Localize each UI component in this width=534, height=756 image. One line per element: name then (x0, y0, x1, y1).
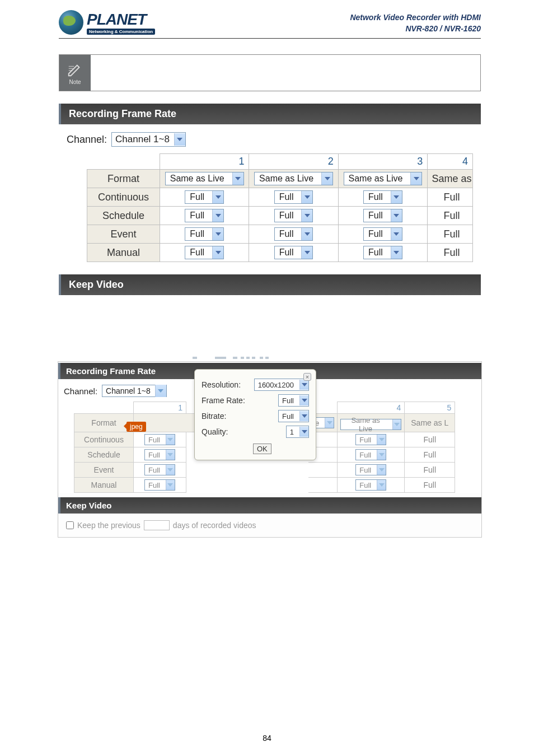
format-select-1[interactable]: Same as Live (165, 172, 244, 185)
chevron-down-icon (166, 435, 175, 445)
product-info: Network Video Recorder with HDMI NVR-820… (350, 10, 481, 34)
continuous-4: Full (428, 188, 473, 207)
chevron-down-icon (301, 209, 312, 222)
col-5: 5 (405, 402, 455, 414)
chevron-down-icon (377, 480, 386, 490)
bitrate-select[interactable]: Full (278, 410, 309, 422)
chevron-down-icon (299, 380, 308, 390)
keep-days-suffix: days of recorded videos (173, 521, 256, 530)
evt-4b[interactable]: Full (355, 464, 386, 475)
col-1: 1 (134, 402, 186, 414)
row-manual: Manual (87, 244, 160, 262)
close-button[interactable]: × (303, 373, 311, 381)
logo-tagline: Networking & Communication (87, 29, 155, 35)
keep-video-header-2: Keep Video (58, 497, 481, 514)
page-header: PLANET Networking & Communication Networ… (59, 10, 481, 39)
chevron-down-icon (321, 172, 332, 185)
chevron-down-icon (377, 450, 386, 460)
chevron-down-icon (232, 172, 243, 185)
chevron-down-icon (299, 411, 308, 421)
row2-event: Event (74, 463, 134, 478)
row2-schedule: Schedule (74, 447, 134, 463)
channel-select[interactable]: Channel 1~8 (111, 132, 186, 147)
fmt-4[interactable]: Same as Live (340, 419, 401, 430)
row2-continuous: Continuous (74, 432, 134, 447)
manual-1[interactable]: Full (185, 246, 224, 259)
logo-globe-icon (59, 10, 83, 35)
col-4: 4 (338, 402, 405, 414)
schedule-2[interactable]: Full (274, 209, 313, 222)
evt-5b: Full (405, 463, 455, 478)
manual-2[interactable]: Full (274, 246, 313, 259)
manual-3[interactable]: Full (363, 246, 402, 259)
row-schedule: Schedule (87, 207, 160, 225)
chevron-down-icon (410, 172, 421, 185)
chevron-down-icon (391, 246, 402, 259)
chevron-down-icon (166, 450, 175, 460)
col-num-1: 1 (160, 154, 249, 170)
event-4: Full (428, 225, 473, 244)
event-2[interactable]: Full (274, 227, 313, 241)
chevron-down-icon (301, 246, 312, 259)
sch-1b[interactable]: Full (144, 449, 175, 460)
note-icon (67, 61, 83, 78)
row2-manual: Manual (74, 478, 134, 493)
chevron-down-icon (377, 435, 386, 445)
channel-select-value: Channel 1~8 (115, 134, 170, 145)
resolution-label: Resolution: (202, 380, 241, 389)
chevron-down-icon (391, 228, 402, 240)
event-1[interactable]: Full (185, 227, 224, 241)
note-box: Note (59, 54, 481, 91)
chevron-down-icon (301, 191, 312, 203)
product-line1: Network Video Recorder with HDMI (350, 12, 481, 24)
chevron-down-icon (391, 191, 402, 203)
manual-4: Full (428, 244, 473, 262)
sch-4b[interactable]: Full (355, 449, 386, 460)
col-num-2: 2 (249, 154, 338, 170)
quality-label: Quality: (202, 427, 228, 436)
framerate-select[interactable]: Full (278, 394, 309, 407)
chevron-down-icon (325, 418, 334, 428)
evt-1b[interactable]: Full (144, 464, 175, 475)
man-1b[interactable]: Full (144, 479, 175, 491)
chevron-down-icon (392, 419, 401, 430)
screenshot-2: Recording Frame Rate Channel: Channel 1~… (58, 361, 482, 538)
ghost-marks (193, 355, 337, 361)
chevron-down-icon (212, 246, 223, 259)
man-4b[interactable]: Full (355, 479, 386, 491)
schedule-3[interactable]: Full (363, 209, 402, 222)
page-number: 84 (0, 734, 534, 743)
resolution-select[interactable]: 1600x1200 (254, 379, 309, 391)
ok-button[interactable]: OK (253, 444, 271, 454)
chevron-down-icon (212, 209, 223, 222)
continuous-3[interactable]: Full (363, 190, 402, 204)
channel-select-2-value: Channel 1~8 (106, 386, 151, 395)
channel-label-2: Channel: (64, 386, 97, 396)
sch-5b: Full (405, 447, 455, 463)
keep-previous-label: Keep the previous (77, 521, 140, 530)
logo-brand: PLANET (87, 11, 155, 29)
channel-select-2[interactable]: Channel 1~8 (102, 385, 167, 397)
event-3[interactable]: Full (363, 227, 402, 241)
days-input[interactable] (144, 520, 170, 530)
recording-frame-rate-header: Recording Frame Rate (59, 104, 481, 124)
schedule-1[interactable]: Full (185, 209, 224, 222)
col-num-4: 4 (428, 154, 473, 170)
cont-5b: Full (405, 432, 455, 447)
format-select-3[interactable]: Same as Live (344, 172, 423, 185)
keep-previous-checkbox[interactable] (66, 521, 74, 529)
format-select-2[interactable]: Same as Live (254, 172, 333, 185)
cont-4b[interactable]: Full (355, 434, 386, 445)
col-num-3: 3 (338, 154, 427, 170)
chevron-down-icon (299, 395, 308, 405)
cont-1b[interactable]: Full (144, 434, 175, 445)
settings-popup: × Resolution: 1600x1200 Frame Rate: Full… (194, 369, 316, 460)
row-continuous: Continuous (87, 188, 160, 207)
format-row-label: Format (87, 170, 160, 188)
schedule-4: Full (428, 207, 473, 225)
chevron-down-icon (377, 465, 386, 475)
continuous-1[interactable]: Full (185, 190, 224, 204)
note-label: Note (69, 79, 81, 85)
continuous-2[interactable]: Full (274, 190, 313, 204)
quality-select[interactable]: 1 (286, 426, 309, 438)
